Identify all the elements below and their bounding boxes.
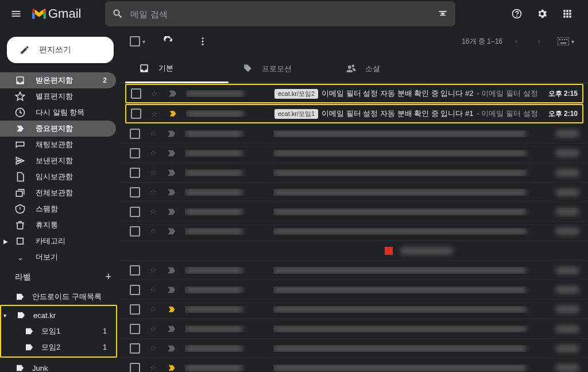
star-button[interactable]: ☆ — [148, 129, 158, 139]
settings-button[interactable] — [531, 2, 554, 25]
search-options-icon[interactable] — [437, 8, 448, 20]
email-sender — [185, 189, 265, 196]
row-checkbox[interactable] — [130, 168, 140, 178]
email-row[interactable]: ☆ — [121, 202, 588, 222]
nav-starred[interactable]: 별표편지함 — [0, 88, 116, 104]
add-label-button[interactable]: + — [105, 271, 111, 283]
row-checkbox[interactable] — [130, 129, 140, 139]
nav-categories[interactable]: ▶ 카테고리 — [0, 233, 116, 249]
compose-button[interactable]: 편지쓰기 — [7, 37, 114, 63]
email-row[interactable]: ☆ — [121, 300, 588, 319]
nav-snoozed[interactable]: 다시 알림 항목 — [0, 104, 116, 121]
star-button[interactable]: ☆ — [148, 285, 158, 295]
nav-more[interactable]: ⌄ 더보기 — [0, 249, 116, 265]
tab-primary[interactable]: 기본 — [125, 55, 229, 83]
email-row[interactable]: ☆ — [121, 144, 588, 163]
tab-promotions[interactable]: 프로모션 — [229, 55, 332, 83]
star-button[interactable]: ☆ — [148, 363, 158, 373]
email-row[interactable]: ☆ — [121, 124, 588, 144]
refresh-button[interactable] — [157, 30, 180, 53]
star-button[interactable]: ☆ — [148, 226, 158, 237]
row-checkbox[interactable] — [130, 226, 140, 237]
search-input[interactable] — [130, 9, 430, 19]
important-button[interactable] — [167, 265, 177, 276]
row-checkbox[interactable] — [130, 343, 140, 354]
label-icon — [15, 292, 25, 302]
input-tools-button[interactable]: ▾ — [553, 35, 579, 48]
nav-drafts[interactable]: 임시보관함 — [0, 169, 116, 185]
email-row[interactable]: ☆ — [121, 280, 588, 300]
nav-allmail[interactable]: 전체보관함 — [0, 185, 116, 201]
important-button[interactable] — [168, 108, 178, 119]
email-row[interactable]: ☆ — [121, 163, 588, 183]
important-button[interactable] — [167, 304, 177, 315]
nav-chats[interactable]: 채팅보관함 — [0, 137, 116, 153]
nav-inbox[interactable]: 받은편지함 2 — [0, 72, 116, 88]
important-button[interactable] — [167, 207, 177, 217]
important-button[interactable] — [167, 187, 177, 197]
important-button[interactable] — [167, 343, 177, 354]
label-ecat[interactable]: ▾ ecat.kr — [1, 307, 116, 323]
main-menu-button[interactable] — [5, 2, 28, 25]
star-button[interactable]: ☆ — [148, 343, 158, 354]
star-button[interactable]: ☆ — [148, 187, 158, 197]
row-checkbox[interactable] — [130, 363, 140, 373]
email-row[interactable]: ☆ — [121, 339, 588, 358]
svg-point-2 — [202, 44, 204, 45]
star-button[interactable]: ☆ — [148, 265, 158, 276]
chevron-down-icon[interactable]: ▾ — [3, 312, 6, 319]
email-attachment-row[interactable] — [121, 241, 588, 261]
prev-page-button[interactable]: ‹ — [507, 32, 525, 51]
row-checkbox[interactable] — [131, 88, 141, 99]
star-button[interactable]: ☆ — [149, 88, 160, 99]
star-button[interactable]: ☆ — [148, 304, 158, 315]
email-row[interactable]: ☆ ecat.kr/모임1 이메일 필터 설정 자동 분배 확인 중 입니다 #… — [125, 104, 583, 123]
help-button[interactable] — [505, 2, 528, 25]
search-bar[interactable] — [105, 1, 455, 26]
star-button[interactable]: ☆ — [149, 108, 160, 119]
star-button[interactable]: ☆ — [148, 148, 158, 158]
star-button[interactable]: ☆ — [148, 168, 158, 178]
select-all[interactable]: ▾ — [130, 36, 145, 46]
email-row[interactable]: ☆ — [121, 183, 588, 202]
important-button[interactable] — [167, 324, 177, 334]
label-android[interactable]: 안드로이드 구매목록 — [0, 289, 121, 305]
nav-important[interactable]: 중요편지함 — [0, 121, 116, 137]
important-button[interactable] — [167, 148, 177, 158]
important-button[interactable] — [167, 168, 177, 178]
nav-trash[interactable]: 휴지통 — [0, 217, 116, 233]
gmail-logo[interactable]: Gmail — [32, 6, 81, 21]
label-moim1[interactable]: 모임1 1 — [1, 323, 116, 339]
row-checkbox[interactable] — [130, 285, 140, 295]
important-button[interactable] — [167, 226, 177, 237]
email-row[interactable]: ☆ — [121, 222, 588, 241]
important-button[interactable] — [167, 129, 177, 139]
email-row[interactable]: ☆ — [121, 358, 588, 372]
star-button[interactable]: ☆ — [148, 207, 158, 217]
important-button[interactable] — [167, 363, 177, 373]
highlighted-labels: ▾ ecat.kr 모임1 1 모임2 1 — [0, 305, 117, 358]
next-page-button[interactable]: › — [530, 32, 548, 51]
label-junk[interactable]: Junk — [0, 360, 121, 372]
email-row[interactable]: ☆ — [121, 319, 588, 339]
important-button[interactable] — [168, 88, 178, 99]
row-checkbox[interactable] — [130, 304, 140, 315]
apps-button[interactable] — [556, 2, 579, 25]
row-checkbox[interactable] — [130, 187, 140, 197]
row-checkbox[interactable] — [130, 265, 140, 276]
star-button[interactable]: ☆ — [148, 324, 158, 334]
row-checkbox[interactable] — [130, 324, 140, 334]
nav-sent[interactable]: 보낸편지함 — [0, 153, 116, 169]
email-sender — [185, 208, 265, 215]
label-moim2[interactable]: 모임2 1 — [1, 339, 116, 355]
email-row[interactable]: ☆ — [121, 261, 588, 280]
row-checkbox[interactable] — [131, 108, 141, 119]
row-checkbox[interactable] — [130, 207, 140, 217]
more-button[interactable] — [191, 30, 214, 53]
important-button[interactable] — [167, 285, 177, 295]
tab-social[interactable]: 소셜 — [332, 55, 435, 83]
chevron-down-icon[interactable]: ▾ — [142, 38, 145, 45]
nav-spam[interactable]: 스팸함 — [0, 201, 116, 217]
email-row[interactable]: ☆ ecat.kr/모임2 이메일 필터 설정 자동 분배 확인 중 입니다 #… — [125, 84, 583, 103]
row-checkbox[interactable] — [130, 148, 140, 158]
